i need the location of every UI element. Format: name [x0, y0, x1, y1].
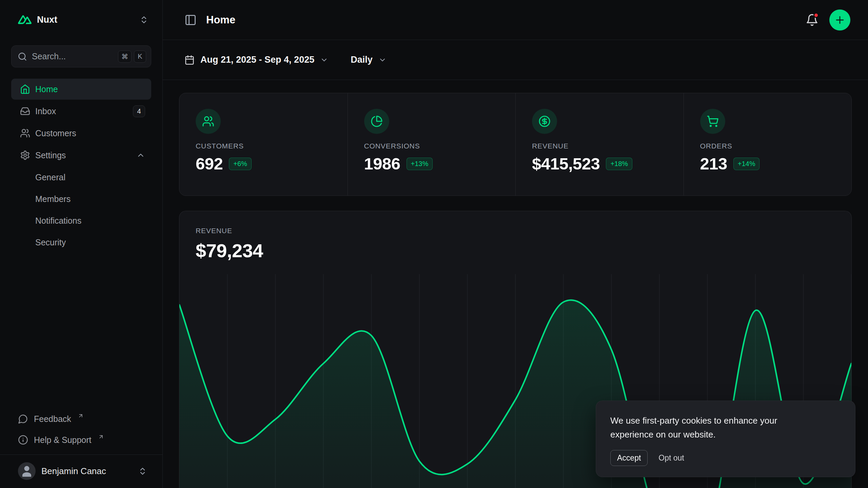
date-range-picker[interactable]: Aug 21, 2025 - Sep 4, 2025 [184, 55, 328, 65]
notification-dot [813, 13, 819, 18]
sidebar-item-general[interactable]: General [11, 167, 151, 188]
search-icon [18, 52, 27, 61]
workspace-name: Nuxt [37, 15, 57, 25]
stat-value: 213 [700, 154, 727, 173]
notifications-button[interactable] [806, 14, 818, 26]
home-icon [20, 84, 30, 94]
chevron-up-icon [136, 151, 145, 160]
chevrons-up-down-icon [139, 15, 149, 24]
app-root: Nuxt ⌘ K Home [0, 0, 868, 488]
stat-delta-badge: +6% [229, 158, 252, 170]
plus-icon [834, 14, 846, 26]
revenue-chart-title: REVENUE [196, 227, 835, 235]
chat-bubble-icon [18, 414, 28, 424]
date-range-label: Aug 21, 2025 - Sep 4, 2025 [200, 55, 314, 65]
sidebar-nav: Home Inbox 4 Customers Settings [11, 79, 151, 253]
sidebar: Nuxt ⌘ K Home [0, 0, 163, 488]
stat-delta-badge: +14% [733, 158, 760, 170]
topbar-actions [806, 9, 850, 30]
stat-label: ORDERS [700, 142, 835, 150]
accept-button[interactable]: Accept [610, 450, 648, 466]
cart-icon [700, 109, 725, 134]
stat-revenue: REVENUE $415,523 +18% [515, 93, 684, 196]
cookie-actions: Accept Opt out [610, 450, 841, 466]
sidebar-item-security[interactable]: Security [11, 232, 151, 253]
avatar [18, 462, 36, 480]
sidebar-item-label: Settings [35, 150, 66, 160]
opt-out-button[interactable]: Opt out [658, 453, 684, 463]
panel-left-icon[interactable] [184, 14, 197, 26]
stat-customers: CUSTOMERS 692 +6% [179, 93, 348, 196]
user-menu[interactable]: Benjamin Canac [11, 460, 151, 482]
sidebar-item-settings[interactable]: Settings [11, 145, 151, 166]
sidebar-footer: Feedback Help & Support [11, 408, 151, 488]
help-support-link[interactable]: Help & Support [11, 429, 151, 450]
stat-delta-badge: +18% [606, 158, 632, 170]
inbox-icon [20, 106, 30, 116]
external-link-icon [78, 413, 84, 419]
calendar-icon [184, 55, 195, 65]
chevron-down-icon [378, 56, 387, 64]
sidebar-item-label: Inbox [35, 106, 56, 116]
gear-icon [20, 150, 30, 160]
stat-delta-badge: +13% [407, 158, 433, 170]
interval-select[interactable]: Daily [351, 55, 387, 65]
stat-conversions: CONVERSIONS 1986 +13% [348, 93, 516, 196]
stat-label: REVENUE [532, 142, 667, 150]
sidebar-item-members[interactable]: Members [11, 188, 151, 209]
user-section: Benjamin Canac [0, 454, 162, 488]
filter-bar: Aug 21, 2025 - Sep 4, 2025 Daily [163, 40, 868, 80]
sidebar-child-label: Members [35, 194, 71, 204]
stat-value: 1986 [364, 154, 400, 173]
chevrons-up-down-icon [138, 467, 147, 476]
stat-orders: ORDERS 213 +14% [684, 93, 852, 196]
cookie-banner: We use first-party cookies to enhance yo… [596, 401, 855, 477]
interval-label: Daily [351, 55, 373, 65]
add-button[interactable] [829, 9, 850, 30]
nuxt-logo-icon [18, 13, 32, 26]
search-field[interactable] [32, 52, 113, 61]
stats-panel: CUSTOMERS 692 +6% CONVERSIONS 1986 +13% [179, 93, 852, 196]
external-link-icon [98, 434, 104, 440]
sidebar-item-home[interactable]: Home [11, 79, 151, 100]
workspace-switcher[interactable]: Nuxt [11, 9, 151, 30]
dollar-circle-icon [532, 109, 557, 134]
page-title: Home [206, 14, 235, 26]
sidebar-item-label: Home [35, 84, 58, 94]
sidebar-item-inbox[interactable]: Inbox 4 [11, 101, 151, 122]
search-shortcut: ⌘ K [118, 50, 146, 63]
users-icon [196, 109, 221, 134]
pie-chart-icon [364, 109, 389, 134]
top-navbar: Home [163, 0, 868, 40]
search-input[interactable]: ⌘ K [11, 45, 151, 67]
revenue-chart-value: $79,234 [196, 240, 835, 262]
kbd-k: K [134, 50, 146, 63]
stat-label: CONVERSIONS [364, 142, 499, 150]
user-name: Benjamin Canac [41, 466, 106, 476]
cookie-message: We use first-party cookies to enhance yo… [610, 414, 800, 441]
sidebar-child-label: Notifications [35, 216, 81, 226]
stat-value: 692 [196, 154, 223, 173]
users-icon [20, 128, 30, 138]
stat-label: CUSTOMERS [196, 142, 331, 150]
sidebar-child-label: General [35, 172, 65, 182]
sidebar-item-notifications[interactable]: Notifications [11, 210, 151, 231]
chevron-down-icon [320, 56, 328, 64]
feedback-label: Feedback [34, 414, 71, 424]
sidebar-child-label: Security [35, 238, 66, 247]
feedback-link[interactable]: Feedback [11, 408, 151, 429]
revenue-chart-header: REVENUE $79,234 [179, 211, 851, 262]
stat-value: $415,523 [532, 154, 600, 173]
kbd-meta: ⌘ [118, 50, 132, 63]
info-circle-icon [18, 435, 28, 445]
sidebar-item-customers[interactable]: Customers [11, 123, 151, 144]
help-support-label: Help & Support [34, 435, 92, 445]
inbox-count-badge: 4 [133, 105, 145, 117]
sidebar-item-label: Customers [35, 128, 76, 138]
